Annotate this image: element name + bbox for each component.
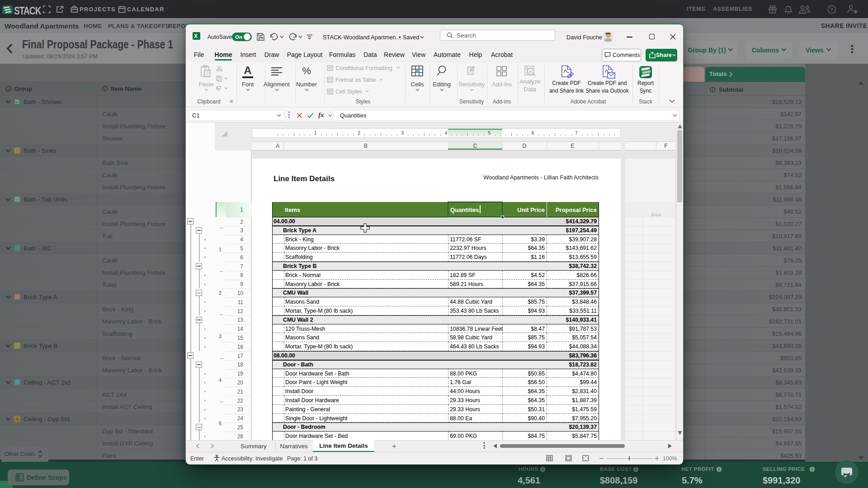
svg-text:?: ? [830, 7, 833, 12]
